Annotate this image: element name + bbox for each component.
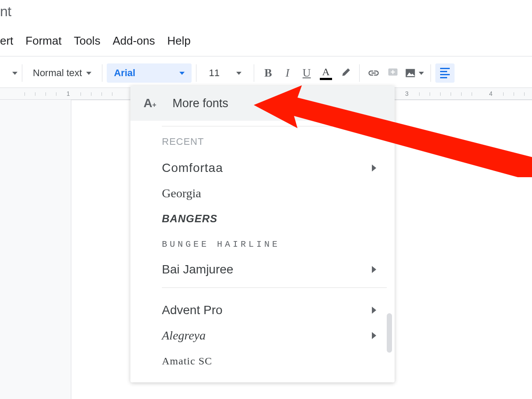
font-name-label: Georgia [162,186,201,200]
link-icon [368,67,380,79]
chevron-down-icon [86,72,91,75]
font-name-label: Bangers [162,213,217,225]
chevron-down-icon [12,72,18,75]
font-name-label: Advent Pro [162,303,223,317]
toolbar-separator [102,64,102,82]
toolbar-separator [196,64,196,82]
toolbar-separator [22,64,22,82]
font-size-dropdown[interactable]: 11 [201,67,249,79]
chevron-down-icon [419,72,424,75]
font-menu-item[interactable]: Bangers [162,206,387,231]
recent-section-label: RECENT [162,136,387,147]
font-name-label: Bai Jamjuree [162,262,233,276]
toolbar-separator [359,64,360,82]
menu-insert-fragment[interactable]: ert [0,34,13,48]
paragraph-styles-label: Normal text [33,67,82,79]
text-color-button[interactable]: A [316,63,336,83]
font-family-menu: A+ More fonts RECENT ComfortaaGeorgiaBan… [130,86,395,382]
align-left-icon [440,68,450,78]
menu-tools[interactable]: Tools [74,34,101,48]
align-left-button[interactable] [435,63,455,83]
font-menu-item[interactable]: Bai Jamjuree [162,257,387,282]
ruler-number: 3 [405,90,409,97]
menu-divider [162,126,387,126]
font-menu-item[interactable]: Comfortaa [162,155,387,181]
comment-plus-icon [387,67,399,79]
toolbar: Normal text Arial 11 B I U A [0,61,455,85]
font-name-label: Alegreya [162,329,206,343]
highlighter-icon [340,67,351,79]
chevron-right-icon [372,332,376,339]
text-color-letter: A [322,66,329,77]
font-family-dropdown[interactable]: Arial [107,63,192,83]
paragraph-styles-dropdown[interactable]: Normal text [27,63,98,83]
scrollbar-thumb[interactable] [387,313,392,353]
ruler-number: 1 [66,90,70,97]
document-title-fragment: nt [0,4,11,20]
menu-help[interactable]: Help [167,34,190,48]
font-menu-item[interactable]: Georgia [162,181,387,206]
italic-button[interactable]: I [278,63,297,83]
font-size-value: 11 [209,67,219,79]
highlight-color-button[interactable] [336,63,355,83]
menu-addons[interactable]: Add-ons [112,34,155,48]
zoom-dropdown-fragment[interactable] [0,72,18,75]
insert-image-button[interactable] [402,63,426,83]
underline-button[interactable]: U [297,63,316,83]
toolbar-separator [430,64,431,82]
toolbar-separator [254,64,254,82]
font-menu-item[interactable]: Amatic SC [162,348,387,374]
menubar-separator [0,56,532,56]
font-name-label: Bungee Hairline [162,239,280,249]
more-fonts-label: More fonts [172,97,228,110]
font-name-label: Comfortaa [162,161,223,175]
font-family-label: Arial [114,67,135,79]
more-fonts-item[interactable]: A+ More fonts [130,86,395,121]
chevron-right-icon [372,266,376,273]
font-menu-item[interactable]: Advent Pro [162,298,387,323]
chevron-down-icon [236,72,242,75]
font-name-label: Amatic SC [162,355,212,367]
chevron-down-icon [179,72,185,75]
chevron-right-icon [372,164,376,172]
insert-link-button[interactable] [364,63,383,83]
ruler-number: 4 [489,90,493,97]
menu-format[interactable]: Format [25,34,61,48]
text-color-swatch [320,78,332,80]
font-menu-item[interactable]: Bungee Hairline [162,231,387,257]
more-fonts-icon: A+ [144,96,152,110]
menubar: ert Format Tools Add-ons Help [0,34,191,48]
menu-divider [162,287,387,288]
bold-button[interactable]: B [259,63,278,83]
image-icon [405,67,417,79]
add-comment-button[interactable] [383,63,402,83]
font-menu-item[interactable]: Alegreya [162,323,387,348]
chevron-right-icon [372,307,376,314]
